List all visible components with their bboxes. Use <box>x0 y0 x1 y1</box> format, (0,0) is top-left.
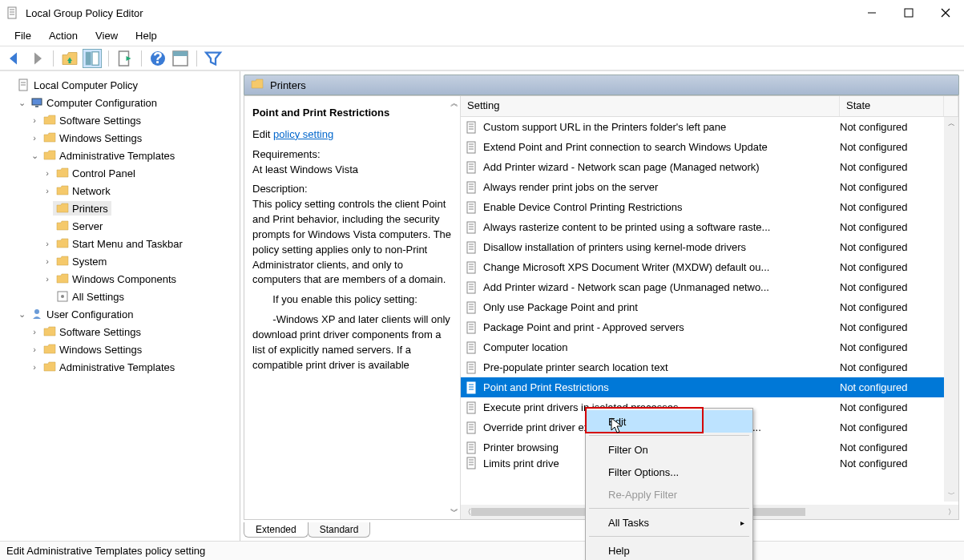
list-row[interactable]: Disallow installation of printers using … <box>461 237 958 257</box>
menu-view[interactable]: View <box>87 26 126 45</box>
chevron-right-icon[interactable]: › <box>42 256 53 266</box>
chevron-right-icon[interactable]: › <box>42 168 53 178</box>
row-state-label: Not configured <box>840 221 944 233</box>
tree-node-server[interactable]: Server <box>3 217 236 235</box>
chevron-right-icon[interactable]: › <box>29 327 40 336</box>
tree-node-label: Windows Settings <box>59 132 142 144</box>
svg-rect-39 <box>467 202 475 213</box>
minimize-button[interactable] <box>853 0 890 26</box>
statusbar: Edit Administrative Templates policy set… <box>0 541 964 560</box>
tree-node-windows-settings[interactable]: ›Windows Settings <box>3 129 236 147</box>
vertical-scrollbar[interactable]: ︿ ﹀ <box>944 117 958 502</box>
policy-icon <box>466 401 478 414</box>
list-row[interactable]: Package Point and print - Approved serve… <box>461 317 958 337</box>
context-menu-edit[interactable]: Edit <box>586 410 752 433</box>
list-header: Setting State <box>461 96 958 117</box>
tree-node-administrative-templates[interactable]: ›Administrative Templates <box>3 358 236 376</box>
svg-rect-75 <box>467 382 475 393</box>
list-row[interactable]: Enable Device Control Printing Restricti… <box>461 197 958 217</box>
up-button[interactable] <box>60 49 79 68</box>
column-setting[interactable]: Setting <box>461 96 840 116</box>
context-menu-all-tasks[interactable]: All Tasks <box>586 511 752 534</box>
properties-button[interactable] <box>171 49 190 68</box>
tree-node-printers[interactable]: Printers <box>3 199 236 217</box>
svg-rect-67 <box>467 342 475 353</box>
menu-help[interactable]: Help <box>127 26 165 45</box>
show-hide-tree-button[interactable] <box>83 49 102 68</box>
context-menu-help[interactable]: Help <box>586 539 752 560</box>
tree-node-system[interactable]: ›System <box>3 252 236 270</box>
row-state-label: Not configured <box>840 441 944 453</box>
chevron-down-icon[interactable]: ⌄ <box>16 98 27 108</box>
tree-node-start-menu-and-taskbar[interactable]: ›Start Menu and Taskbar <box>3 235 236 252</box>
help-button[interactable]: ? <box>148 49 167 68</box>
tree-node-all-settings[interactable]: All Settings <box>3 288 236 305</box>
chevron-right-icon[interactable]: › <box>42 274 53 284</box>
list-row[interactable]: Point and Print RestrictionsNot configur… <box>461 377 958 397</box>
list-row[interactable]: Extend Point and Print connection to sea… <box>461 137 958 157</box>
description-text: This policy setting controls the client … <box>252 198 451 285</box>
context-menu-filter-options-[interactable]: Filter Options... <box>586 461 752 483</box>
edit-policy-link[interactable]: policy setting <box>273 128 333 140</box>
svg-rect-43 <box>467 222 475 233</box>
chevron-right-icon[interactable]: › <box>42 186 53 195</box>
list-row[interactable]: Always render print jobs on the serverNo… <box>461 177 958 197</box>
chevron-right-icon[interactable]: › <box>29 133 40 143</box>
chevron-right-icon[interactable]: › <box>29 115 40 125</box>
scroll-right-icon[interactable]: 〉 <box>948 507 955 518</box>
scroll-up-icon[interactable]: ︿ <box>946 117 957 131</box>
tree-node-local-computer-policy[interactable]: Local Computer Policy <box>3 76 236 94</box>
status-text: Edit Administrative Templates policy set… <box>6 545 205 557</box>
maximize-button[interactable] <box>890 0 927 26</box>
tree-node-computer-configuration[interactable]: ⌄Computer Configuration <box>3 94 236 111</box>
chevron-right-icon[interactable]: › <box>42 239 53 248</box>
tree-node-label: All Settings <box>72 291 124 303</box>
menu-file[interactable]: File <box>6 26 39 45</box>
tree-node-administrative-templates[interactable]: ⌄Administrative Templates <box>3 147 236 164</box>
tree-node-windows-settings[interactable]: ›Windows Settings <box>3 340 236 358</box>
back-button[interactable] <box>5 49 24 68</box>
folder-icon <box>56 237 69 250</box>
export-button[interactable] <box>115 49 135 68</box>
tree-node-software-settings[interactable]: ›Software Settings <box>3 111 236 129</box>
requirements-label: Requirements: <box>252 148 321 160</box>
list-row[interactable]: Pre-populate printer search location tex… <box>461 357 958 377</box>
context-menu-filter-on[interactable]: Filter On <box>586 438 752 461</box>
folder-icon <box>56 167 69 179</box>
chevron-right-icon[interactable]: › <box>29 362 40 372</box>
tab-extended[interactable]: Extended <box>244 522 309 538</box>
policy-icon <box>466 161 478 174</box>
column-state[interactable]: State <box>840 96 944 116</box>
list-row[interactable]: Change Microsoft XPS Document Writer (MX… <box>461 257 958 277</box>
tab-standard[interactable]: Standard <box>308 522 371 538</box>
tree-node-windows-components[interactable]: ›Windows Components <box>3 270 236 288</box>
menu-action[interactable]: Action <box>41 26 86 45</box>
row-setting-label: Always render print jobs on the server <box>483 181 840 193</box>
list-row[interactable]: Add Printer wizard - Network scan page (… <box>461 157 958 177</box>
list-row[interactable]: Only use Package Point and printNot conf… <box>461 297 958 317</box>
filter-button[interactable] <box>204 49 223 68</box>
tree-node-user-configuration[interactable]: ⌄User Configuration <box>3 305 236 323</box>
tree-node-control-panel[interactable]: ›Control Panel <box>3 164 236 182</box>
list-row[interactable]: Custom support URL in the Printers folde… <box>461 117 958 137</box>
forward-button[interactable] <box>27 49 46 68</box>
policy-icon <box>466 261 478 274</box>
scroll-down-icon[interactable]: ﹀ <box>946 488 957 502</box>
tree-node-label: Windows Settings <box>59 344 142 356</box>
svg-rect-47 <box>467 242 475 253</box>
row-setting-label: Only use Package Point and print <box>483 301 840 313</box>
details-scroll-up-icon[interactable]: ︽ <box>450 98 458 110</box>
details-scroll-down-icon[interactable]: ︾ <box>450 506 458 518</box>
chevron-down-icon[interactable]: ⌄ <box>16 309 27 320</box>
list-row[interactable]: Always rasterize content to be printed u… <box>461 217 958 237</box>
tree-node-network[interactable]: ›Network <box>3 182 236 199</box>
scroll-left-icon[interactable]: 〈 <box>464 507 471 518</box>
chevron-right-icon[interactable]: › <box>29 344 40 354</box>
tree-node-software-settings[interactable]: ›Software Settings <box>3 323 236 340</box>
row-setting-label: Package Point and print - Approved serve… <box>483 321 840 333</box>
list-row[interactable]: Computer locationNot configured <box>461 337 958 357</box>
list-row[interactable]: Add Printer wizard - Network scan page (… <box>461 277 958 297</box>
close-button[interactable] <box>927 0 964 26</box>
row-state-label: Not configured <box>840 361 944 373</box>
chevron-down-icon[interactable]: ⌄ <box>29 151 40 161</box>
